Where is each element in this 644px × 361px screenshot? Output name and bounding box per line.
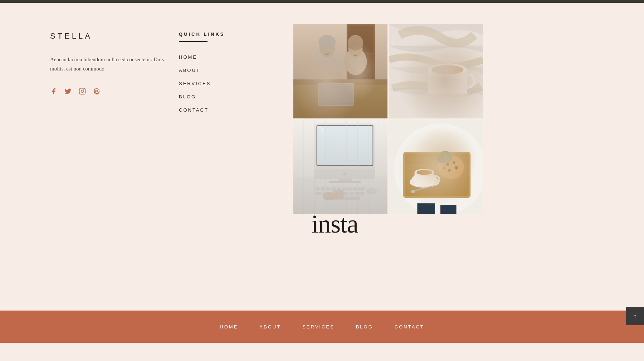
svg-rect-30: [315, 169, 375, 179]
photo-grid: [293, 24, 483, 214]
twitter-icon[interactable]: [64, 88, 72, 95]
svg-rect-0: [79, 88, 86, 94]
svg-rect-8: [293, 81, 387, 118]
svg-rect-49: [344, 192, 348, 195]
footer-nav-blog[interactable]: BLOG: [356, 324, 373, 330]
svg-point-67: [410, 176, 439, 188]
svg-rect-27: [315, 123, 375, 170]
quick-link-contact[interactable]: CONTACT: [179, 107, 265, 113]
svg-point-15: [348, 35, 364, 51]
svg-point-23: [431, 65, 463, 74]
svg-rect-38: [331, 187, 336, 191]
photo-4-image: [389, 120, 483, 214]
svg-point-1: [81, 90, 84, 93]
brand-column: STELLA Aenean lacinia bibendum nulla sed…: [50, 24, 165, 289]
footer-nav-contact[interactable]: CONTACT: [395, 324, 424, 330]
svg-point-83: [445, 155, 452, 162]
insta-photo-2[interactable]: [389, 24, 483, 118]
brand-name: STELLA: [50, 31, 165, 41]
svg-rect-85: [440, 205, 457, 214]
svg-rect-42: [353, 187, 357, 191]
pinterest-icon[interactable]: [93, 88, 100, 95]
photo-1-image: [293, 24, 387, 118]
svg-point-75: [438, 155, 464, 179]
quick-links-divider: [179, 41, 208, 42]
quick-links-column: QUICK LINKS HOME ABOUT SERVICES BLOG CON…: [165, 24, 265, 289]
svg-rect-47: [333, 192, 338, 195]
svg-point-82: [437, 155, 446, 163]
svg-point-10: [315, 45, 340, 75]
footer-nav-services[interactable]: SERVICES: [302, 324, 335, 330]
svg-point-13: [344, 48, 367, 75]
chevron-up-icon: ↑: [634, 313, 637, 319]
svg-point-60: [394, 123, 483, 214]
svg-point-70: [414, 169, 434, 176]
svg-point-79: [448, 169, 451, 172]
quick-links-title: QUICK LINKS: [179, 31, 265, 37]
quick-link-blog[interactable]: BLOG: [179, 94, 265, 99]
social-icons: [50, 88, 165, 95]
footer-nav-home[interactable]: HOME: [220, 324, 238, 330]
svg-rect-59: [389, 120, 483, 214]
svg-point-81: [439, 151, 452, 164]
svg-rect-39: [337, 187, 341, 191]
svg-rect-43: [358, 187, 365, 191]
svg-point-54: [366, 187, 377, 195]
svg-rect-16: [318, 83, 353, 106]
insta-photo-3[interactable]: [293, 120, 387, 214]
svg-point-2: [83, 89, 84, 90]
svg-point-71: [416, 170, 432, 175]
back-to-top-button[interactable]: ↑: [626, 307, 644, 325]
svg-line-72: [414, 186, 435, 191]
main-content: STELLA Aenean lacinia bibendum nulla sed…: [0, 3, 644, 311]
svg-rect-9: [293, 79, 387, 85]
footer: HOME ABOUT SERVICES BLOG CONTACT: [0, 311, 644, 343]
svg-point-12: [318, 35, 336, 49]
quick-link-about[interactable]: ABOUT: [179, 68, 265, 73]
svg-rect-28: [317, 125, 374, 166]
svg-rect-46: [328, 192, 332, 195]
svg-point-68: [412, 174, 437, 183]
footer-nav-about[interactable]: ABOUT: [259, 324, 281, 330]
svg-point-58: [340, 190, 345, 199]
svg-rect-26: [293, 177, 387, 214]
svg-rect-34: [313, 186, 372, 201]
svg-rect-84: [417, 203, 435, 214]
svg-rect-44: [316, 192, 322, 195]
svg-point-78: [455, 166, 458, 170]
svg-rect-69: [414, 172, 434, 186]
svg-rect-29: [317, 126, 372, 165]
svg-point-55: [322, 192, 335, 200]
svg-point-24: [427, 92, 468, 98]
quick-link-services[interactable]: SERVICES: [179, 81, 265, 86]
svg-rect-7: [348, 54, 373, 81]
svg-rect-51: [355, 192, 365, 195]
svg-point-53: [364, 187, 380, 209]
svg-point-11: [319, 38, 335, 58]
insta-column: insta: [265, 24, 615, 289]
svg-rect-36: [321, 187, 325, 191]
svg-rect-35: [316, 187, 320, 191]
svg-rect-25: [293, 120, 387, 214]
svg-point-22: [428, 63, 467, 76]
svg-rect-5: [347, 24, 375, 83]
quick-link-home[interactable]: HOME: [179, 54, 265, 60]
svg-point-56: [332, 190, 338, 200]
svg-rect-3: [293, 24, 387, 118]
insta-photo-4[interactable]: [389, 120, 483, 214]
svg-rect-6: [348, 26, 373, 53]
svg-point-74: [438, 155, 464, 180]
svg-point-73: [411, 190, 415, 193]
top-bar: [0, 0, 644, 3]
photo-2-image: [389, 24, 483, 118]
svg-point-14: [348, 39, 363, 58]
insta-photo-1[interactable]: [293, 24, 387, 118]
instagram-icon[interactable]: [79, 88, 86, 95]
facebook-icon[interactable]: [50, 88, 57, 95]
svg-rect-4: [293, 24, 387, 81]
svg-point-77: [453, 161, 455, 164]
svg-point-57: [336, 189, 341, 199]
svg-point-76: [446, 162, 449, 166]
svg-rect-45: [323, 192, 327, 195]
svg-rect-61: [403, 152, 471, 198]
